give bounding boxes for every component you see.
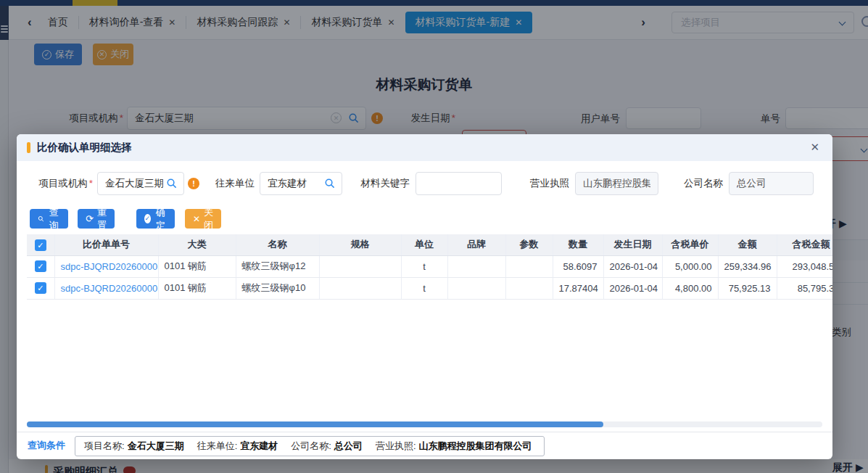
keyword-filter: [416, 172, 502, 195]
bill-number-link[interactable]: sdpc-BJQRD20260000: [54, 277, 158, 299]
cell: 螺纹三级钢φ12: [236, 255, 319, 277]
license-filter: [575, 172, 658, 195]
table-row[interactable]: ✓sdpc-BJQRD202600000101 钢筋螺纹三级钢φ12t58.60…: [27, 255, 832, 277]
column-header[interactable]: 金额: [718, 234, 777, 255]
cell: 85,795.39: [777, 277, 832, 299]
dialog-header: 比价确认单明细选择 ✕: [17, 134, 832, 161]
company-filter-label: 公司名称: [678, 172, 723, 195]
cell: 2026-01-04: [603, 255, 662, 277]
column-header[interactable]: 含税金额: [777, 234, 832, 255]
confirm-button[interactable]: ✓确定: [136, 209, 175, 229]
section-marker-icon: [27, 142, 30, 153]
org-filter: [97, 172, 184, 195]
row-checkbox[interactable]: ✓: [35, 282, 46, 294]
company-filter-input: [729, 172, 814, 195]
cell: 17.87404: [553, 277, 603, 299]
license-filter-input: [575, 172, 658, 195]
query-button[interactable]: 查询: [30, 209, 68, 229]
scrollbar-thumb[interactable]: [27, 421, 603, 427]
column-header[interactable]: 名称: [236, 234, 319, 255]
result-table: ✓比价单单号大类名称规格单位品牌参数数量发生日期含税单价金额含税金额✓sdpc-…: [27, 234, 832, 300]
close-icon: ✕: [193, 214, 200, 224]
column-header[interactable]: 含税单价: [662, 234, 718, 255]
cell: t: [401, 255, 447, 277]
close-dialog-button[interactable]: ✕关闭: [185, 209, 221, 229]
cell: 0101 钢筋: [158, 277, 236, 299]
column-header[interactable]: 参数: [505, 234, 553, 255]
refresh-icon: ⟳: [86, 213, 94, 224]
cell: [319, 255, 401, 277]
cell: 2026-01-04: [603, 277, 662, 299]
summary-item: 项目名称:金石大厦三期: [84, 440, 184, 453]
cell: 293,048.50: [777, 255, 832, 277]
cell: 5,000.00: [662, 255, 718, 277]
query-conditions-summary: 项目名称:金石大厦三期往来单位:宜东建材公司名称:总公司营业执照:山东鹏程控股集…: [75, 436, 545, 456]
price-compare-dialog: 比价确认单明细选择 ✕ 项目或机构* ! 往来单位 材料关键字 营业执照 公司名…: [17, 134, 832, 459]
table-row[interactable]: ✓sdpc-BJQRD202600000101 钢筋螺纹三级钢φ10t17.87…: [27, 277, 832, 299]
dialog-footer: 查询条件 项目名称:金石大厦三期往来单位:宜东建材公司名称:总公司营业执照:山东…: [17, 432, 832, 453]
cell: 75,925.13: [718, 277, 777, 299]
cell: 58.6097: [553, 255, 603, 277]
search-icon[interactable]: [166, 178, 177, 192]
cell: 0101 钢筋: [158, 255, 236, 277]
license-filter-label: 营业执照: [524, 172, 569, 195]
column-header[interactable]: 数量: [553, 234, 603, 255]
cell: [505, 277, 553, 299]
column-header[interactable]: 发生日期: [603, 234, 662, 255]
cell: [319, 277, 401, 299]
company-filter: [729, 172, 814, 195]
column-header[interactable]: 大类: [158, 234, 236, 255]
cell: [447, 277, 505, 299]
cell: [447, 255, 505, 277]
column-header[interactable]: 比价单单号: [54, 234, 158, 255]
query-conditions-label: 查询条件: [28, 439, 65, 452]
partner-filter: [260, 172, 342, 195]
cell: 4,800.00: [662, 277, 718, 299]
search-icon[interactable]: [324, 178, 335, 192]
row-checkbox[interactable]: ✓: [35, 260, 46, 272]
cell: t: [401, 277, 447, 299]
dialog-close-icon[interactable]: ✕: [810, 141, 819, 154]
check-circle-icon: ✓: [144, 214, 151, 223]
keyword-filter-label: 材料关键字: [352, 172, 410, 195]
cell: [505, 255, 553, 277]
partner-filter-label: 往来单位: [211, 172, 255, 195]
reset-button[interactable]: ⟳重置: [78, 209, 115, 229]
column-header[interactable]: 规格: [319, 234, 401, 255]
dialog-filter-row: 项目或机构* ! 往来单位 材料关键字 营业执照 公司名称: [17, 172, 832, 195]
column-header[interactable]: 品牌: [447, 234, 505, 255]
info-icon[interactable]: !: [188, 178, 199, 189]
select-all-checkbox[interactable]: ✓: [35, 239, 46, 251]
column-header[interactable]: 单位: [401, 234, 447, 255]
summary-item: 往来单位:宜东建材: [197, 440, 278, 453]
summary-item: 公司名称:总公司: [291, 440, 363, 453]
summary-item: 营业执照:山东鹏程控股集团有限公司: [376, 440, 532, 453]
dialog-title: 比价确认单明细选择: [37, 141, 132, 155]
org-filter-label: 项目或机构*: [29, 172, 93, 195]
cell: 螺纹三级钢φ10: [236, 277, 319, 299]
cell: 259,334.96: [718, 255, 777, 277]
bill-number-link[interactable]: sdpc-BJQRD20260000: [54, 255, 158, 277]
keyword-filter-input[interactable]: [416, 172, 502, 195]
horizontal-scrollbar[interactable]: [27, 421, 822, 427]
